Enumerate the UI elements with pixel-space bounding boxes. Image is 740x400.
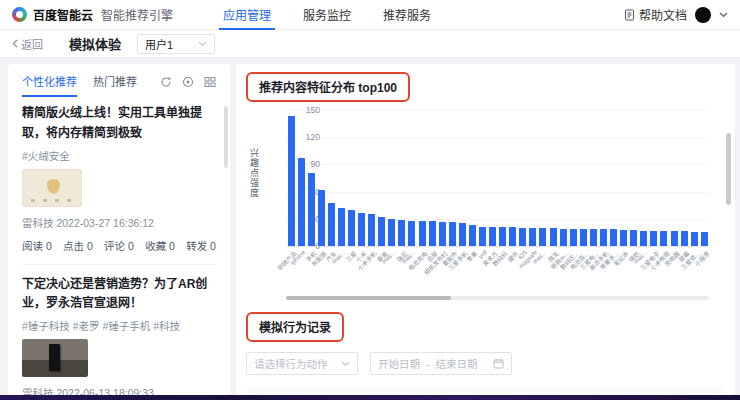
content-card[interactable]: 下定决心还是营销造势？为了AR创业，罗永浩官宣退网！ #锤子科技 #老罗 #锤子… <box>22 275 216 395</box>
chart-horizontal-scrollbar[interactable] <box>286 296 709 300</box>
chevron-down-icon[interactable] <box>719 12 728 18</box>
bar <box>469 225 476 246</box>
bar <box>590 229 597 246</box>
stat-item: 阅读 0 <box>22 238 52 253</box>
action-filter-select[interactable]: 请选择行为动作 <box>246 352 358 375</box>
behavior-log-title: 模拟行为记录 <box>259 321 331 335</box>
baidu-cloud-logo-icon <box>12 7 27 22</box>
calendar-icon <box>493 358 504 369</box>
gridline <box>286 246 709 247</box>
bar <box>691 232 698 247</box>
top-navbar: 百度智能云 智能推荐引擎 应用管理 服务监控 推荐服务 帮助文档 <box>0 0 740 30</box>
stat-item: 收藏 0 <box>145 238 175 253</box>
bar <box>550 228 557 246</box>
bar <box>479 227 486 246</box>
bar <box>580 229 587 246</box>
card-source: 雷科技 2022-03-27 16:36:12 <box>22 215 216 230</box>
divider <box>22 264 216 265</box>
card-source: 雷科技 2022-06-13 18:09:33 <box>22 385 216 395</box>
user-avatar[interactable] <box>695 7 711 23</box>
date-end-placeholder: 结束日期 <box>436 356 478 371</box>
scrollbar-thumb[interactable] <box>286 296 451 300</box>
user-select-dropdown[interactable]: 用户1 <box>137 34 215 54</box>
bar <box>660 231 667 246</box>
chevron-left-icon <box>12 39 18 48</box>
sub-header: 返回 模拟体验 用户1 <box>0 30 740 58</box>
recommend-list-panel: 个性化推荐 热门推荐 精简版火绒上线！实用工具单独提取，将内存精简到极致 #火绒… <box>8 64 230 395</box>
bar <box>529 228 536 246</box>
chart-plot-area: 0306090120150华硕产品iphone手机标配版汽车mac...三星小米… <box>286 110 709 246</box>
card-tags: #锤子科技 #老罗 #锤子手机 #科技 <box>22 318 216 333</box>
chart-title-annotation: 推荐内容特征分布 top100 <box>246 72 410 102</box>
nav-item-service-monitor[interactable]: 服务监控 <box>299 0 355 30</box>
tab-personalized-recommend[interactable]: 个性化推荐 <box>22 73 77 97</box>
nav-item-recommend-service[interactable]: 推荐服务 <box>379 0 435 30</box>
date-separator: - <box>426 358 430 370</box>
table-header-cell: 行为ID <box>246 387 342 395</box>
bar <box>449 222 456 246</box>
bottom-window-edge <box>0 395 740 400</box>
stat-item: 评论 0 <box>104 238 134 253</box>
detail-panel: 推荐内容特征分布 top100 兴趣点强度 0306090120150华硕产品i… <box>236 64 735 395</box>
recommend-tabs: 个性化推荐 热门推荐 <box>8 64 230 96</box>
action-filter-placeholder: 请选择行为动作 <box>254 356 328 371</box>
bar <box>288 116 295 246</box>
bar <box>378 217 385 246</box>
bar <box>600 229 607 246</box>
card-stats: 阅读 0点击 0评论 0收藏 0转发 0 <box>22 238 216 253</box>
chart-title: 推荐内容特征分布 top100 <box>259 81 397 95</box>
page-vertical-scrollbar[interactable] <box>726 133 731 205</box>
bar <box>489 227 496 246</box>
nav-item-app-management[interactable]: 应用管理 <box>219 0 275 30</box>
bar <box>368 214 375 246</box>
content-card[interactable]: 精简版火绒上线！实用工具单独提取，将内存精简到极致 #火绒安全 雷科技 2022… <box>22 104 216 253</box>
stat-item: 转发 0 <box>186 238 216 253</box>
bar <box>640 231 647 246</box>
refresh-icon[interactable] <box>160 76 172 88</box>
bar <box>439 222 446 246</box>
bar <box>539 228 546 246</box>
bar <box>509 227 516 246</box>
bar <box>398 220 405 246</box>
bar <box>419 221 426 246</box>
bar <box>358 213 365 246</box>
bar <box>429 221 436 246</box>
page-title: 模拟体验 <box>69 34 121 53</box>
bar <box>338 208 345 246</box>
bar <box>308 173 315 246</box>
nav-menu: 应用管理 服务监控 推荐服务 <box>207 0 447 30</box>
left-panel-scrollbar[interactable] <box>224 106 228 168</box>
bar <box>499 227 506 246</box>
bar <box>610 229 617 246</box>
x-axis-tick: 苹果 <box>465 249 480 264</box>
help-docs-link[interactable]: 帮助文档 <box>624 6 687 23</box>
bar <box>701 232 708 247</box>
behavior-table: 行为ID动作行为时间物料操作ID物料名称物料标签DZItNIIB7s6i_PCq… <box>246 387 725 395</box>
table-header-cell: 行为时间 <box>402 387 490 395</box>
bar <box>328 203 335 246</box>
help-docs-label: 帮助文档 <box>639 6 687 23</box>
y-axis-title: 兴趣点强度 <box>248 148 261 198</box>
date-range-picker[interactable]: 开始日期 - 结束日期 <box>370 352 512 375</box>
bar <box>318 190 325 246</box>
bar <box>650 231 657 246</box>
back-button[interactable]: 返回 <box>12 36 43 52</box>
interest-distribution-chart: 兴趣点强度 0306090120150华硕产品iphone手机标配版汽车mac.… <box>246 104 725 272</box>
stat-item: 点击 0 <box>63 238 93 253</box>
brand-logo[interactable]: 百度智能云 智能推荐引擎 <box>12 6 173 23</box>
bar <box>620 230 627 246</box>
card-tags: #火绒安全 <box>22 148 216 163</box>
back-label: 返回 <box>21 36 43 52</box>
bar <box>630 230 637 246</box>
user-select-value: 用户1 <box>145 36 173 52</box>
product-name: 智能推荐引擎 <box>101 6 173 23</box>
bar <box>388 219 395 246</box>
brand-name: 百度智能云 <box>33 6 93 23</box>
settings-icon[interactable] <box>182 76 194 88</box>
bar <box>671 231 678 246</box>
layout-grid-icon[interactable] <box>204 76 216 88</box>
date-start-placeholder: 开始日期 <box>378 356 420 371</box>
chevron-down-icon <box>198 41 207 47</box>
bar <box>681 231 688 246</box>
tab-hot-recommend[interactable]: 热门推荐 <box>93 73 137 97</box>
